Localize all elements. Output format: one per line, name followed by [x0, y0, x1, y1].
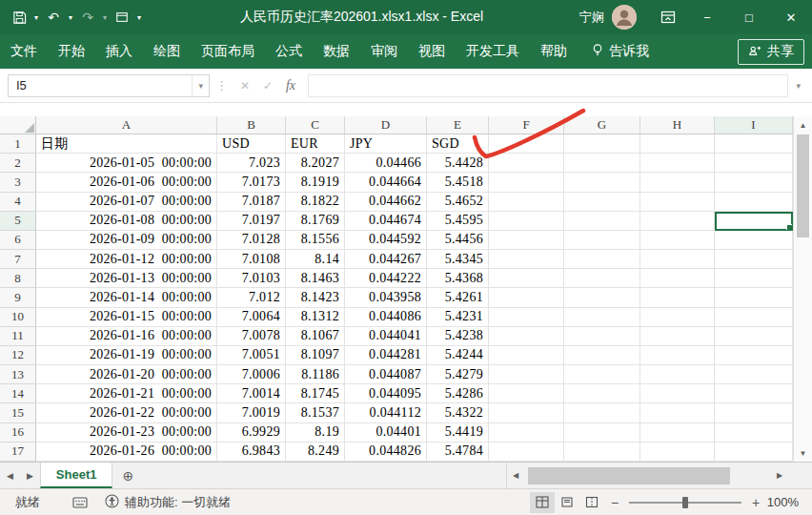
- cell-A2[interactable]: 2026-01-05 00:00:00: [36, 154, 217, 173]
- cell-F7[interactable]: [489, 250, 564, 269]
- cell-C17[interactable]: 8.249: [286, 443, 345, 462]
- cell-B15[interactable]: 7.0019: [217, 403, 286, 422]
- cell-I6[interactable]: [715, 231, 793, 250]
- cell-H1[interactable]: [640, 134, 715, 154]
- column-header-D[interactable]: D: [345, 116, 427, 134]
- cell-C8[interactable]: 8.1463: [286, 269, 345, 288]
- cell-D17[interactable]: 0.044826: [345, 443, 427, 462]
- cell-A5[interactable]: 2026-01-08 00:00:00: [36, 212, 217, 231]
- formula-input[interactable]: [308, 74, 788, 97]
- cell-C6[interactable]: 8.1556: [286, 231, 345, 250]
- cell-H15[interactable]: [640, 403, 715, 422]
- cell-E12[interactable]: 5.4244: [427, 346, 489, 365]
- row-header-14[interactable]: 14: [0, 384, 36, 403]
- normal-view-button[interactable]: [530, 492, 555, 513]
- cell-G7[interactable]: [564, 250, 640, 269]
- cell-C7[interactable]: 8.14: [286, 250, 345, 269]
- tell-me-button[interactable]: 告诉我: [591, 34, 649, 69]
- cell-D5[interactable]: 0.044674: [345, 212, 427, 231]
- cell-F10[interactable]: [489, 308, 564, 327]
- cell-H4[interactable]: [640, 193, 715, 212]
- cell-I1[interactable]: [715, 134, 793, 154]
- scroll-right-icon[interactable]: ▶: [771, 463, 788, 488]
- cell-A1[interactable]: 日期: [36, 134, 217, 154]
- cell-C5[interactable]: 8.1769: [286, 212, 345, 231]
- ribbon-tab-data[interactable]: 数据: [313, 34, 360, 69]
- ribbon-tab-draw[interactable]: 绘图: [143, 34, 191, 69]
- cell-C11[interactable]: 8.1067: [286, 327, 345, 346]
- cell-G5[interactable]: [564, 212, 640, 231]
- cell-H12[interactable]: [640, 346, 715, 365]
- cell-B14[interactable]: 7.0014: [217, 384, 286, 403]
- cell-D15[interactable]: 0.044112: [345, 403, 427, 422]
- ribbon-tab-page-layout[interactable]: 页面布局: [191, 34, 265, 69]
- name-box-caret-icon[interactable]: ▾: [192, 75, 209, 96]
- horizontal-scrollbar[interactable]: ◀ ▶: [506, 463, 788, 488]
- ribbon-tab-help[interactable]: 帮助: [530, 34, 578, 69]
- cell-I15[interactable]: [715, 403, 793, 422]
- cell-C1[interactable]: EUR: [286, 134, 345, 154]
- vertical-scroll-thumb[interactable]: [797, 134, 809, 237]
- cell-D11[interactable]: 0.044041: [345, 327, 427, 346]
- cell-D2[interactable]: 0.04466: [345, 154, 427, 173]
- save-icon[interactable]: [10, 6, 29, 29]
- cell-D9[interactable]: 0.043958: [345, 288, 427, 307]
- cell-A17[interactable]: 2026-01-26 00:00:00: [36, 443, 217, 462]
- cell-A11[interactable]: 2026-01-16 00:00:00: [36, 327, 217, 346]
- cell-C4[interactable]: 8.1822: [286, 193, 345, 212]
- cell-H16[interactable]: [640, 423, 715, 443]
- cell-E16[interactable]: 5.4419: [427, 423, 489, 443]
- cell-C15[interactable]: 8.1537: [286, 403, 345, 422]
- cell-B7[interactable]: 7.0108: [217, 250, 286, 269]
- cell-A10[interactable]: 2026-01-15 00:00:00: [36, 308, 217, 327]
- prev-sheet-icon[interactable]: ◀: [0, 463, 20, 488]
- cell-G14[interactable]: [564, 384, 640, 403]
- column-header-F[interactable]: F: [489, 116, 564, 134]
- zoom-in-button[interactable]: +: [745, 495, 766, 510]
- accessibility-status[interactable]: 辅助功能: 一切就绪: [105, 494, 231, 511]
- cell-F12[interactable]: [489, 346, 564, 365]
- cell-A9[interactable]: 2026-01-14 00:00:00: [36, 288, 217, 307]
- name-box[interactable]: I5 ▾: [8, 74, 210, 97]
- sheet-tab-sheet1[interactable]: Sheet1: [40, 463, 113, 488]
- cell-F3[interactable]: [489, 173, 564, 192]
- cell-G15[interactable]: [564, 403, 640, 422]
- cell-C10[interactable]: 8.1312: [286, 308, 345, 327]
- cell-C12[interactable]: 8.1097: [286, 346, 345, 365]
- cell-E3[interactable]: 5.4518: [427, 173, 489, 192]
- cell-F8[interactable]: [489, 269, 564, 288]
- cell-B12[interactable]: 7.0051: [217, 346, 286, 365]
- cell-I11[interactable]: [715, 327, 793, 346]
- insert-function-button[interactable]: fx: [279, 74, 302, 97]
- cell-B6[interactable]: 7.0128: [217, 231, 286, 250]
- row-header-1[interactable]: 1: [0, 134, 36, 154]
- cell-A7[interactable]: 2026-01-12 00:00:00: [36, 250, 217, 269]
- cell-F1[interactable]: [489, 134, 564, 154]
- horizontal-scroll-thumb[interactable]: [528, 467, 730, 484]
- row-header-9[interactable]: 9: [0, 288, 36, 307]
- cell-D13[interactable]: 0.044087: [345, 365, 427, 384]
- row-header-15[interactable]: 15: [0, 403, 36, 422]
- cell-H7[interactable]: [640, 250, 715, 269]
- cell-F13[interactable]: [489, 365, 564, 384]
- cell-E11[interactable]: 5.4238: [427, 327, 489, 346]
- page-break-view-button[interactable]: [579, 492, 604, 513]
- cell-G2[interactable]: [564, 154, 640, 173]
- keyboard-icon[interactable]: [72, 497, 88, 508]
- cell-I13[interactable]: [715, 365, 793, 384]
- cell-B2[interactable]: 7.023: [217, 154, 286, 173]
- cell-A4[interactable]: 2026-01-07 00:00:00: [36, 193, 217, 212]
- cell-D10[interactable]: 0.044086: [345, 308, 427, 327]
- scroll-up-icon[interactable]: ▲: [794, 116, 812, 134]
- cell-F11[interactable]: [489, 327, 564, 346]
- cell-H2[interactable]: [640, 154, 715, 173]
- cell-E9[interactable]: 5.4261: [427, 288, 489, 307]
- cell-B4[interactable]: 7.0187: [217, 193, 286, 212]
- zoom-level[interactable]: 100%: [766, 495, 812, 509]
- qat-customize-icon[interactable]: [112, 6, 132, 29]
- row-header-4[interactable]: 4: [0, 193, 36, 212]
- cell-E8[interactable]: 5.4368: [427, 269, 489, 288]
- cell-I8[interactable]: [715, 269, 793, 288]
- cell-F2[interactable]: [489, 154, 564, 173]
- cell-E5[interactable]: 5.4595: [427, 212, 489, 231]
